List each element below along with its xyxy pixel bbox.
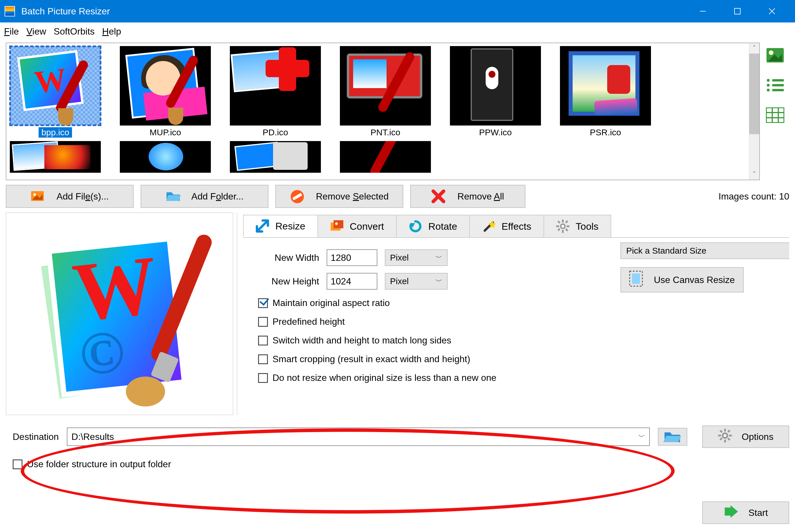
canvas-resize-button[interactable]: Use Canvas Resize	[621, 267, 744, 292]
thumbnail-label: PNT.ico	[368, 127, 403, 138]
window-title: Batch Picture Resizer	[21, 6, 686, 17]
destination-combobox[interactable]: D:\Results ﹀	[67, 428, 650, 446]
close-icon	[768, 7, 776, 15]
thumbnail-image	[120, 141, 211, 173]
gallery-scrollbar[interactable]: ˄ ˅	[749, 43, 759, 179]
no-resize-smaller-checkbox[interactable]	[258, 373, 268, 383]
svg-point-7	[767, 79, 770, 82]
thumbnail-label: PPW.ico	[476, 127, 515, 138]
svg-rect-8	[772, 79, 784, 81]
thumbnail-item[interactable]	[339, 141, 431, 173]
view-toggles	[764, 43, 789, 180]
action-bar: Add File(s)... Add Folder... Remove Sele…	[0, 180, 795, 208]
magic-wand-icon	[482, 220, 495, 233]
scroll-track[interactable]	[749, 54, 759, 169]
predefined-height-checkbox[interactable]	[258, 317, 268, 327]
scroll-up-icon[interactable]: ˄	[749, 43, 759, 54]
destination-label: Destination	[13, 432, 59, 442]
checkbox-label: Predefined height	[273, 316, 345, 327]
view-list-button[interactable]	[764, 75, 787, 95]
browse-folder-button[interactable]	[658, 428, 687, 445]
thumbnail-item[interactable]	[229, 141, 321, 173]
menu-softorbits[interactable]: SoftOrbits	[54, 26, 94, 37]
new-width-input[interactable]	[327, 249, 377, 266]
thumbnail-item[interactable]: PPW.ico	[449, 46, 541, 138]
thumbnail-item[interactable]: W bpp.ico	[9, 46, 101, 138]
remove-selected-button[interactable]: Remove Selected	[275, 185, 403, 208]
tab-resize[interactable]: Resize	[243, 215, 318, 237]
select-value: Pixel	[390, 253, 409, 263]
settings-pane: Resize Convert Rotate Effects	[237, 212, 789, 415]
thumbnail-item[interactable]: PSR.ico	[559, 46, 651, 138]
folder-open-icon	[165, 189, 180, 203]
canvas-icon	[629, 271, 643, 289]
start-button[interactable]: Start	[702, 501, 789, 524]
chevron-down-icon: ﹀	[638, 432, 645, 441]
thumbnail-image: W	[10, 46, 101, 126]
button-label: Options	[742, 432, 773, 442]
button-label: Add File(s)...	[56, 191, 109, 202]
new-height-label: New Height	[251, 276, 319, 287]
tab-effects[interactable]: Effects	[469, 215, 544, 237]
use-folder-structure-checkbox[interactable]	[13, 459, 22, 469]
new-height-input[interactable]	[327, 273, 377, 290]
gallery-row: W bpp.ico MUP.ico PD.ic	[9, 46, 759, 138]
menu-view[interactable]: View	[26, 26, 47, 37]
app-icon	[5, 6, 15, 16]
button-label: Remove All	[457, 191, 504, 202]
height-unit-select[interactable]: Pixel ﹀	[385, 273, 448, 290]
thumbnail-gallery[interactable]: W bpp.ico MUP.ico PD.ic	[6, 43, 760, 180]
svg-rect-54	[729, 435, 732, 436]
tab-strip: Resize Convert Rotate Effects	[243, 215, 789, 238]
thumbnail-label: MUP.ico	[147, 127, 184, 138]
destination-row: Destination D:\Results ﹀ Options	[0, 415, 795, 448]
scroll-down-icon[interactable]: ˅	[749, 169, 759, 179]
view-grid-button[interactable]	[764, 106, 787, 125]
rotate-icon	[409, 220, 422, 233]
svg-point-34	[335, 222, 338, 225]
add-files-button[interactable]: Add File(s)...	[6, 185, 134, 208]
thumbnail-image	[10, 141, 101, 173]
button-label: Remove Selected	[316, 191, 389, 202]
image-plus-icon	[31, 189, 45, 203]
add-folder-button[interactable]: Add Folder...	[141, 185, 269, 208]
width-unit-select[interactable]: Pixel ﹀	[385, 249, 448, 266]
image-icon	[766, 48, 784, 63]
svg-point-11	[767, 89, 770, 92]
remove-all-button[interactable]: Remove All	[410, 185, 525, 208]
button-label: Start	[748, 508, 768, 518]
svg-rect-44	[565, 228, 568, 231]
thumbnail-item[interactable]: PNT.ico	[339, 46, 431, 138]
standard-size-select[interactable]: Pick a Standard Size ﹀	[621, 242, 789, 259]
view-thumbnails-button[interactable]	[764, 45, 787, 65]
svg-marker-60	[725, 505, 738, 518]
close-button[interactable]	[755, 0, 789, 22]
switch-sides-checkbox[interactable]	[258, 336, 268, 345]
tab-label: Rotate	[428, 221, 457, 232]
menu-file[interactable]: File	[4, 26, 19, 37]
svg-rect-40	[562, 230, 564, 233]
tab-label: Tools	[576, 221, 598, 232]
svg-rect-53	[718, 435, 721, 436]
aspect-ratio-checkbox[interactable]	[258, 298, 268, 308]
resize-right-column: Pick a Standard Size ﹀ Use Canvas Resize	[589, 242, 789, 292]
scroll-handle[interactable]	[749, 54, 759, 134]
thumbnail-item[interactable]: MUP.ico	[119, 46, 211, 138]
thumbnail-image	[450, 46, 541, 126]
tab-rotate[interactable]: Rotate	[396, 215, 470, 237]
svg-rect-10	[772, 84, 784, 87]
thumbnail-item[interactable]: PD.ico	[229, 46, 321, 138]
thumbnail-item[interactable]	[119, 141, 211, 173]
thumbnail-item[interactable]	[9, 141, 101, 173]
smart-cropping-checkbox[interactable]	[258, 354, 268, 364]
menu-help[interactable]: Help	[102, 26, 121, 37]
maximize-button[interactable]	[720, 0, 755, 22]
minimize-button[interactable]	[686, 0, 720, 22]
options-button[interactable]: Options	[702, 425, 789, 448]
select-value: Pixel	[390, 277, 409, 286]
tab-convert[interactable]: Convert	[317, 215, 396, 237]
tab-tools[interactable]: Tools	[543, 215, 611, 237]
thumbnail-label: bpp.ico	[39, 127, 72, 138]
thumbnail-label: PSR.ico	[587, 127, 624, 138]
svg-rect-41	[556, 225, 559, 227]
